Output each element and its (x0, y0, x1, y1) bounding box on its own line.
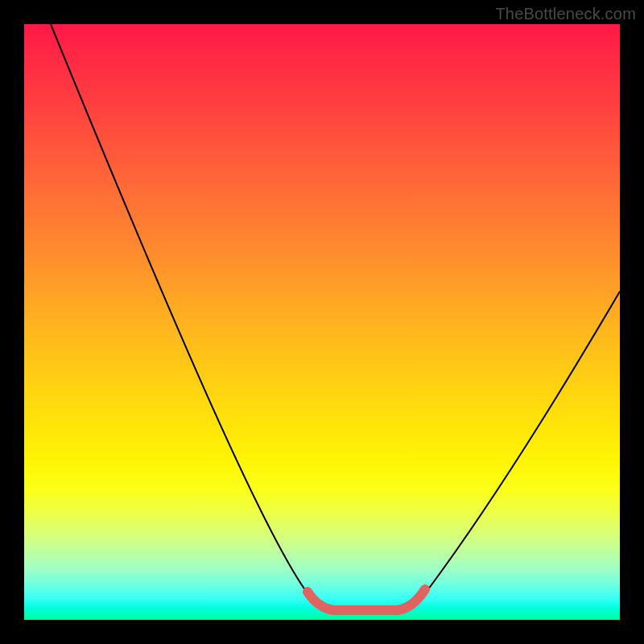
black-curve (51, 24, 620, 609)
chart-stage: TheBottleneck.com (0, 0, 644, 644)
red-marker-strip (308, 589, 425, 610)
chart-svg (24, 24, 620, 620)
plot-area (24, 24, 620, 620)
watermark-text: TheBottleneck.com (495, 5, 636, 23)
